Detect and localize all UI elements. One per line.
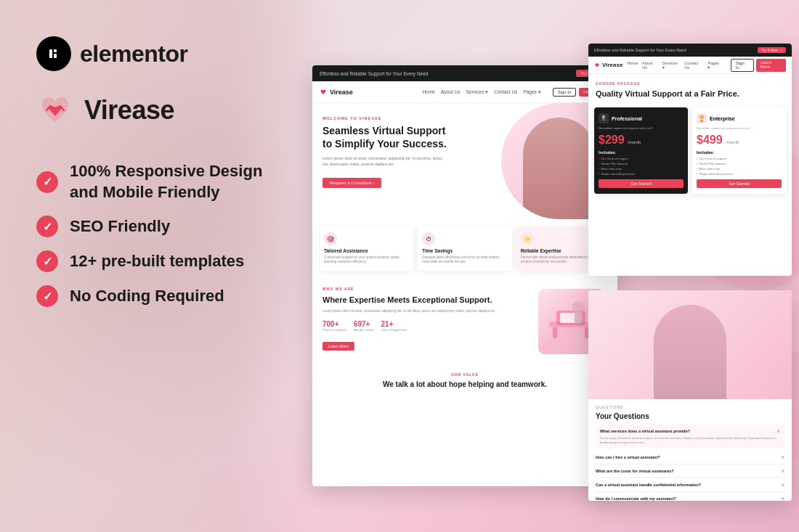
- feature-text-1: 100% Responsive Design and Mobile Friend…: [70, 161, 276, 202]
- wwa-stat-1: 700+ Project Completed: [323, 320, 346, 332]
- sec-nav-links: Home About Us Services ▾ Contact Us Page…: [627, 61, 722, 70]
- enterprise-price: $499 /month: [697, 134, 782, 147]
- feature-item-4: No Coding Required: [36, 285, 276, 307]
- faq-item-2[interactable]: How can I hire a virtual assistant? ∨: [596, 451, 784, 465]
- faq-question-2: How can I hire a virtual assistant? ∨: [596, 454, 784, 460]
- enterprise-feature-1: 10+ Hours of support: [697, 157, 782, 160]
- elementor-logo: elementor: [36, 36, 276, 71]
- pricing-tag: CHOOSE PACKAGE: [596, 81, 784, 86]
- faq-chevron-5: ∨: [781, 496, 784, 501]
- preview-main-topbar-text: Effortless and Reliable Support for Your…: [320, 71, 428, 76]
- enterprise-get-started[interactable]: Get Started: [697, 179, 782, 188]
- faq-answer-1: Far far away, behind the word mountains,…: [600, 436, 780, 444]
- hero-title: Seamless Virtual Support to Simplify You…: [323, 125, 453, 150]
- pricing-card-enterprise-header: 🏆 Enterprise: [697, 113, 782, 123]
- svg-rect-1: [49, 49, 52, 58]
- sec-nav-sign-in[interactable]: Sign In: [731, 59, 754, 72]
- feature-card-2-desc: Delegate tasks effortlessly and focus on…: [422, 255, 507, 265]
- feature-text-4: No Coding Required: [70, 286, 224, 307]
- check-icon-3: [36, 250, 58, 272]
- faq-q-text-5: How do I communicate with my assistant?: [596, 496, 676, 501]
- svg-point-0: [44, 44, 63, 63]
- feature-text-3: 12+ pre-built templates: [70, 251, 244, 272]
- features-list: 100% Responsive Design and Mobile Friend…: [36, 161, 276, 307]
- sec-nav-contact: Contact Us: [684, 61, 703, 70]
- faq-item-4[interactable]: Can a virtual assistant handle confident…: [596, 478, 784, 492]
- faq-item-3[interactable]: What are the costs for virtual assistant…: [596, 465, 784, 478]
- preview-third: QUESTIONS Your Questions What services d…: [588, 290, 792, 501]
- professional-includes: Includes:: [599, 150, 684, 155]
- professional-feature-3: Basic data entry: [599, 167, 684, 171]
- faq-question-1: What services does a virtual assistant p…: [600, 428, 780, 434]
- faq-section: QUESTIONS Your Questions What services d…: [588, 399, 792, 501]
- wwa-stat-2: 697+ Member Joined: [354, 320, 374, 332]
- left-panel: elementor Virease 100% Responsive Design…: [0, 0, 312, 532]
- sec-topbar: Effortless and Reliable Support for Your…: [588, 44, 792, 57]
- preview-secondary: Effortless and Reliable Support for Your…: [588, 44, 792, 276]
- faq-question-4: Can a virtual assistant handle confident…: [596, 482, 784, 488]
- sec-topbar-cta: Try It Now →: [758, 47, 786, 53]
- svg-rect-9: [553, 327, 557, 338]
- feature-card-1: 🎯 Tailored Assistance Customised support…: [320, 226, 413, 271]
- professional-desc: Nisi nullam sapien est vivamus reclus ve…: [599, 126, 684, 131]
- wwa-stat-1-label: Project Completed: [323, 328, 346, 332]
- faq-item-1[interactable]: What services does a virtual assistant p…: [596, 425, 784, 448]
- check-icon-1: [36, 171, 58, 193]
- nav-link-pages: Pages ▾: [523, 89, 540, 95]
- pricing-cards: 🎖 Professional Nisi nullam sapien est vi…: [588, 103, 792, 198]
- faq-chevron-1: ∧: [776, 428, 780, 434]
- preview-main-hero: WELCOME TO VIREASE Seamless Virtual Supp…: [312, 103, 617, 219]
- pricing-card-professional: 🎖 Professional Nisi nullam sapien est vi…: [594, 107, 688, 194]
- sec-nav-about: About Us: [642, 61, 658, 70]
- pricing-card-professional-header: 🎖 Professional: [599, 113, 684, 123]
- faq-tag: QUESTIONS: [596, 405, 784, 409]
- nav-link-contact: Contact Us: [494, 89, 517, 95]
- nav-sign-in-btn[interactable]: Sign In: [553, 88, 577, 97]
- nav-logo-text: Virease: [330, 89, 353, 96]
- enterprise-desc: Nisi nullam sapien est vivamus reclus ve…: [697, 126, 782, 131]
- hero-desc: Lorem ipsum dolor sit amet, consectetur …: [323, 156, 446, 167]
- elementor-icon: [36, 36, 71, 71]
- wwa-desc: Lorem ipsum dolor sit amet, consectetur …: [323, 309, 526, 314]
- virease-logo-text: Virease: [84, 95, 174, 126]
- wwa-btn[interactable]: Learn More: [323, 342, 354, 351]
- sec-nav: Virease Home About Us Services ▾ Contact…: [588, 57, 792, 74]
- third-person-figure: [654, 305, 726, 399]
- feature-card-2-icon: ⏱: [422, 232, 435, 245]
- professional-get-started[interactable]: Get Started: [599, 179, 684, 188]
- wwa-stat-3-num: 21+: [381, 320, 407, 328]
- preview-main-nav: Virease Home About Us Services ▾ Contact…: [312, 81, 617, 103]
- faq-q-text-3: What are the costs for virtual assistant…: [596, 469, 674, 473]
- pricing-title: Quality Virtual Support at a Fair Price.: [596, 89, 784, 99]
- feature-card-2: ⏱ Time Savings Delegate tasks effortless…: [418, 226, 511, 271]
- feature-item-1: 100% Responsive Design and Mobile Friend…: [36, 161, 276, 202]
- third-person-area: [588, 290, 792, 399]
- virease-logo: Virease: [36, 91, 276, 129]
- wwa-left: WHO WE ARE Where Expertise Meets Excepti…: [323, 287, 526, 356]
- sec-nav-logo-text: Virease: [602, 62, 622, 68]
- sec-topbar-text: Effortless and Reliable Support for Your…: [594, 48, 686, 52]
- faq-question-3: What are the costs for virtual assistant…: [596, 468, 784, 474]
- value-tag: OUR VALUE: [323, 372, 607, 377]
- nav-link-about: About Us: [441, 89, 461, 95]
- preview-our-value: OUR VALUE We talk a lot about hope helpi…: [312, 365, 617, 396]
- faq-q-text-1: What services does a virtual assistant p…: [600, 429, 690, 433]
- professional-price: $299 /month: [599, 134, 684, 147]
- hero-person: [523, 118, 596, 219]
- faq-item-5[interactable]: How do I communicate with my assistant? …: [596, 492, 784, 501]
- sec-nav-btns: Sign In Learn More: [731, 59, 786, 72]
- sec-nav-home: Home: [627, 61, 638, 70]
- wwa-stat-3-label: Years of Experience: [381, 328, 407, 332]
- professional-price-amount: $299: [599, 134, 625, 146]
- sec-nav-services: Services ▾: [662, 61, 681, 70]
- hero-cta-btn[interactable]: Request a Consultant ›: [323, 178, 381, 188]
- sec-nav-learn-more[interactable]: Learn More: [756, 59, 786, 72]
- wwa-tag: WHO WE ARE: [323, 287, 526, 291]
- professional-title: Professional: [612, 116, 642, 121]
- nav-link-services: Services ▾: [466, 89, 488, 95]
- feature-card-3-icon: ⭐: [521, 232, 534, 245]
- enterprise-feature-2: Starter Plan features: [697, 162, 782, 165]
- enterprise-includes: Includes:: [697, 150, 782, 155]
- pricing-header: CHOOSE PACKAGE Quality Virtual Support a…: [588, 74, 792, 103]
- svg-rect-2: [54, 49, 57, 52]
